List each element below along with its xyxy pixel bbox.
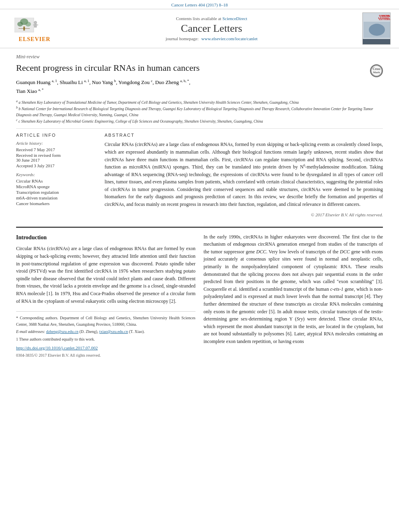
doi-url[interactable]: http://dx.doi.org/10.1016/j.canlet.2017.… — [16, 345, 98, 350]
svg-text:Mark: Mark — [373, 71, 380, 74]
journal-homepage-line: journal homepage: www.elsevier.com/locat… — [67, 36, 356, 41]
svg-point-3 — [25, 22, 31, 27]
keyword-5: Cancer biomarkers — [16, 201, 97, 206]
elsevier-text: ELSEVIER — [14, 36, 55, 43]
intro-paragraph-1: Circular RNAs (circRNAs) are a large cla… — [16, 245, 195, 305]
email-xiao[interactable]: txiao@szu.edu.cn — [99, 329, 128, 334]
authors-line: Guanqun Huang a, 1, Shuaihu Li a, 1, Nuo… — [16, 78, 383, 96]
svg-point-14 — [369, 24, 385, 36]
article-type-label: Mini-review — [16, 54, 383, 60]
email-zheng[interactable]: dzheng@szu.edu.cn — [46, 329, 78, 334]
paper-title: Recent progress in circular RNAs in huma… — [16, 62, 200, 74]
paper-wrapper: Cancer Letters 404 (2017) 8–18 — [0, 0, 399, 367]
journal-name: Cancer Letters — [67, 23, 356, 35]
affiliation-b: b b National Center for International Re… — [16, 105, 383, 118]
affiliations-block: a a Shenzhen Key Laboratory of Translati… — [16, 99, 383, 124]
body-two-columns: Introduction Circular RNAs (circRNAs) ar… — [16, 233, 383, 359]
major-divider — [16, 227, 383, 228]
body-left-column: Introduction Circular RNAs (circRNAs) ar… — [16, 233, 195, 359]
journal-title-area: Contents lists available at ScienceDirec… — [67, 16, 356, 41]
svg-text:Cross: Cross — [372, 67, 380, 71]
equal-contribution-note: 1 These authors contributed equally to t… — [16, 336, 195, 343]
contents-available: Contents lists available at ScienceDirec… — [67, 16, 356, 21]
abstract-text: Circular RNAs (circRNAs) are a large cla… — [105, 141, 383, 208]
body-content: Introduction Circular RNAs (circRNAs) ar… — [0, 229, 399, 367]
svg-rect-9 — [37, 25, 38, 25]
keyword-3: Transcription regulation — [16, 190, 97, 195]
abstract-column: ABSTRACT Circular RNAs (circRNAs) are a … — [105, 133, 383, 217]
introduction-title: Introduction — [16, 233, 195, 242]
keyword-2: MicroRNA sponge — [16, 184, 97, 189]
journal-citation-bar: Cancer Letters 404 (2017) 8–18 — [0, 0, 399, 9]
svg-text:CANCER: CANCER — [380, 15, 390, 17]
homepage-url[interactable]: www.elsevier.com/locate/canlet — [202, 36, 258, 41]
journal-cover-thumb: CANCER LETTERS — [360, 12, 393, 45]
doi-link: http://dx.doi.org/10.1016/j.canlet.2017.… — [16, 345, 195, 351]
intro-paragraph-2: In the early 1990s, circRNAs in higher e… — [204, 233, 383, 345]
svg-text:LETTERS: LETTERS — [379, 18, 390, 21]
issn-line: 0304-3835/© 2017 Elsevier B.V. All right… — [16, 352, 195, 359]
svg-rect-8 — [33, 25, 35, 25]
info-abstract-section: ARTICLE INFO Article history: Received 7… — [16, 133, 383, 217]
journal-header: ELSEVIER Contents lists available at Sci… — [0, 9, 399, 48]
svg-point-2 — [17, 22, 23, 27]
svg-rect-15 — [363, 39, 391, 45]
journal-citation: Cancer Letters 404 (2017) 8–18 — [171, 2, 228, 7]
sciencedirect-link[interactable]: ScienceDirect — [222, 16, 247, 21]
svg-rect-5 — [19, 28, 30, 29]
journal-cover-image: CANCER LETTERS — [362, 12, 391, 45]
keywords-label: Keywords: — [16, 172, 97, 177]
affiliation-c: c c Shenzhen Key Laboratory of Microbial… — [16, 118, 383, 124]
svg-point-6 — [34, 21, 37, 24]
corresponding-note: * Corresponding authors. Department of C… — [16, 315, 195, 327]
body-right-column: In the early 1990s, circRNAs in higher e… — [204, 233, 383, 359]
keywords-section: Keywords: Circular RNAs MicroRNA sponge … — [16, 172, 97, 206]
article-history-label: Article history: — [16, 141, 97, 146]
revised-date: Received in revised formReceived in revi… — [16, 153, 97, 162]
section-divider — [16, 128, 383, 129]
copyright-notice: © 2017 Elsevier B.V. All rights reserved… — [105, 212, 383, 217]
accepted-date: Accepted 3 July 2017 — [16, 163, 97, 168]
received-date: Received 7 May 2017 — [16, 147, 97, 152]
keyword-1: Circular RNAs — [16, 179, 97, 183]
email-addresses: E-mail addresses: dzheng@szu.edu.cn (D. … — [16, 329, 195, 335]
article-info-column: ARTICLE INFO Article history: Received 7… — [16, 133, 97, 217]
abstract-header: ABSTRACT — [105, 133, 383, 138]
crossmark-badge[interactable]: Cross Mark — [370, 64, 383, 77]
footnotes: * Corresponding authors. Department of C… — [16, 311, 195, 359]
article-info-header: ARTICLE INFO — [16, 133, 97, 138]
elsevier-logo: ELSEVIER — [14, 18, 55, 40]
paper-main-content: Mini-review Recent progress in circular … — [0, 48, 399, 225]
keyword-4: m6A-driven translation — [16, 195, 97, 200]
publisher-logo-area: ELSEVIER — [6, 18, 63, 40]
affiliation-a: a a Shenzhen Key Laboratory of Translati… — [16, 99, 383, 105]
